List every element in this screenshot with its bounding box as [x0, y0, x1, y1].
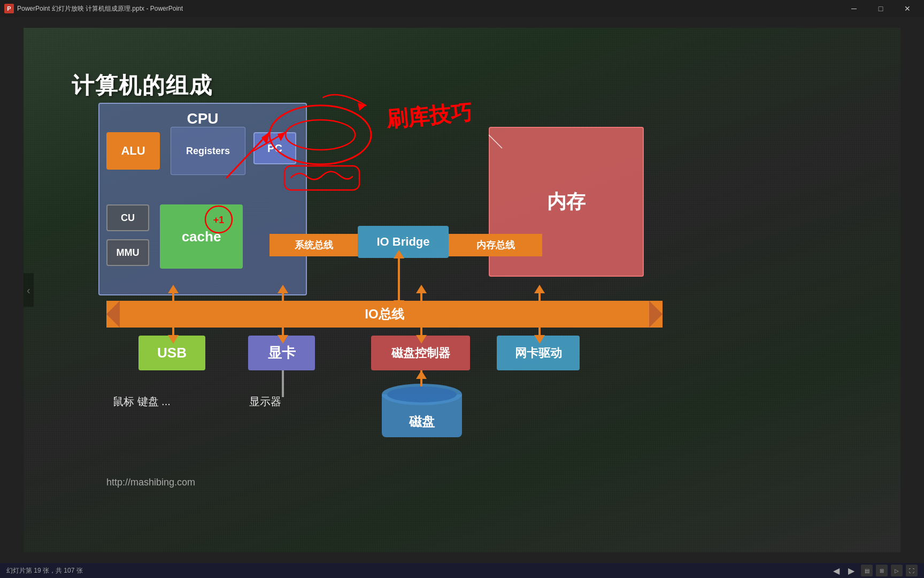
sys-bus-label: 系统总线	[295, 239, 333, 252]
disk-arrow-up	[416, 370, 427, 379]
slide-area: 计算机的组成 CPU ALU PC Registers CU MMU cache	[0, 17, 924, 563]
disk-ctrl-connector	[420, 293, 422, 336]
disk-label: 磁盘	[409, 413, 435, 430]
mouse-keyboard-label: 鼠标 键盘 ...	[113, 394, 171, 409]
io-bus-left-arrow	[106, 301, 120, 328]
page-title: 计算机的组成	[72, 71, 213, 101]
alu-box: ALU	[106, 132, 160, 170]
pc-label: PC	[267, 142, 282, 155]
minimize-button[interactable]: ─	[842, 0, 866, 17]
window-controls: ─ □ ✕	[842, 0, 920, 17]
titlebar: P PowerPoint 幻灯片放映 计算机组成原理.pptx - PowerP…	[0, 0, 924, 17]
cpu-label: CPU	[187, 110, 218, 127]
slide-count: 幻灯片第 19 张，共 107 张	[6, 566, 83, 575]
usb-label: USB	[157, 345, 187, 361]
disk-cylinder-top-inner	[387, 386, 457, 402]
statusbar: 幻灯片第 19 张，共 107 张 ◀ ▶ ▤ ⊞ ▷ ⛶	[0, 563, 924, 578]
mem-bus-label: 内存总线	[476, 239, 515, 252]
slide[interactable]: 计算机的组成 CPU ALU PC Registers CU MMU cache	[24, 28, 900, 552]
disk-ctrl-label: 磁盘控制器	[391, 345, 450, 361]
monitor-label: 显示器	[249, 394, 281, 409]
svg-marker-6	[358, 103, 366, 111]
statusbar-nav: ◀ ▶ ▤ ⊞ ▷ ⛶	[831, 565, 918, 576]
prev-slide-button[interactable]: ◀	[831, 566, 842, 576]
normal-view-button[interactable]: ▤	[861, 565, 873, 576]
app-icon-letter: P	[7, 5, 11, 12]
next-slide-button[interactable]: ▶	[846, 566, 857, 576]
disk-cylinder: 磁盘	[382, 384, 462, 443]
usb-connector	[172, 293, 174, 336]
net-connector	[538, 293, 541, 336]
svg-text:刷库技巧: 刷库技巧	[385, 100, 473, 131]
io-bridge-vertical-arrow	[398, 258, 400, 301]
window-title: PowerPoint 幻灯片放映 计算机组成原理.pptx - PowerPoi…	[17, 4, 183, 13]
close-button[interactable]: ✕	[895, 0, 920, 17]
presenter-view-button[interactable]: ⛶	[906, 565, 918, 576]
io-bus-right-arrow	[649, 301, 663, 328]
sys-bus: 系统总线	[270, 234, 358, 256]
reading-view-button[interactable]: ▷	[891, 565, 903, 576]
url-text: http://mashibing.com	[106, 477, 195, 488]
memory-label: 内存	[547, 189, 586, 215]
maximize-button[interactable]: □	[868, 0, 893, 17]
mem-bus: 内存总线	[449, 234, 542, 256]
io-bus-bar: IO总线	[106, 301, 663, 328]
cache-box: cache	[160, 204, 243, 269]
mmu-label: MMU	[117, 247, 140, 258]
io-bridge-label: IO Bridge	[376, 235, 429, 249]
gpu-monitor-connector	[282, 370, 284, 397]
pc-box: PC	[253, 132, 296, 164]
app-icon: P	[4, 4, 14, 13]
alu-label: ALU	[121, 144, 145, 158]
slide-nav-left[interactable]: ‹	[24, 273, 34, 307]
cache-label: cache	[182, 229, 221, 245]
slide-sorter-button[interactable]: ⊞	[876, 565, 888, 576]
registers-label: Registers	[186, 146, 230, 157]
gpu-connector	[282, 293, 284, 336]
cu-label: CU	[121, 212, 135, 224]
cu-box: CU	[106, 204, 149, 231]
gpu-label: 显卡	[268, 344, 296, 362]
mmu-box: MMU	[106, 239, 149, 266]
net-label: 网卡驱动	[515, 345, 562, 361]
view-icons: ▤ ⊞ ▷ ⛶	[861, 565, 918, 576]
registers-box: Registers	[171, 127, 245, 175]
